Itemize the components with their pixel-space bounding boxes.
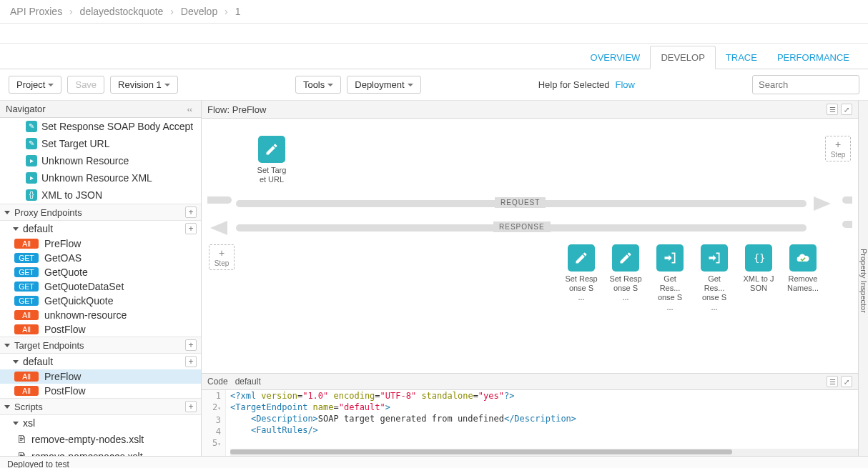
navigator-header: Navigator ‹‹	[0, 101, 201, 118]
scripts-section[interactable]: Scripts +	[0, 398, 201, 415]
proxy-flow[interactable]: GETGetQuickQuote	[0, 294, 201, 308]
help-label: Help for Selected	[538, 79, 610, 90]
chevron-down-icon	[13, 360, 19, 364]
proxy-flow[interactable]: GETGetQuote	[0, 265, 201, 279]
tab-develop[interactable]: DEVELOP	[650, 46, 715, 69]
tab-bar: OVERVIEW DEVELOP TRACE PERFORMANCE	[0, 44, 868, 69]
add-script[interactable]: +	[185, 401, 197, 412]
response-policy[interactable]: Set Resp onse S ...	[609, 244, 642, 312]
crumb-2[interactable]: Develop	[181, 6, 217, 17]
xsl-folder[interactable]: xsl	[0, 415, 201, 431]
response-label: RESPONSE	[493, 221, 551, 232]
proxy-flow[interactable]: GETGetQuoteDataSet	[0, 279, 201, 294]
add-target-endpoint[interactable]: +	[185, 339, 197, 351]
save-button[interactable]: Save	[67, 76, 104, 94]
proxy-flow[interactable]: AllPreFlow	[0, 237, 201, 251]
tab-trace[interactable]: TRACE	[716, 46, 767, 69]
pencil-icon	[612, 244, 639, 272]
code-panel: Code default ☰ ⤢ 12▾345▾ <?xml version="…	[202, 373, 858, 456]
plus-icon: +	[219, 247, 225, 259]
response-policy[interactable]: Set Resp onse S ...	[565, 244, 598, 312]
target-flow[interactable]: AllPostFlow	[0, 384, 201, 398]
policy-item[interactable]: ▸Unknown Resource	[0, 152, 201, 169]
center-panel: Flow: PreFlow ☰ ⤢ Set Targ et URL + Step…	[202, 101, 858, 456]
target-endpoints-section[interactable]: Target Endpoints +	[0, 337, 201, 354]
add-proxy-flow[interactable]: +	[185, 223, 197, 234]
add-target-flow[interactable]: +	[185, 356, 197, 367]
proxy-flow[interactable]: Allunknown-resource	[0, 308, 201, 322]
crumb-3[interactable]: 1	[235, 6, 241, 17]
add-response-step[interactable]: + Step	[209, 244, 235, 270]
pencil-icon	[568, 244, 595, 272]
view-toggle-icon[interactable]: ☰	[827, 104, 838, 115]
property-inspector[interactable]: Property Inspector	[858, 101, 868, 456]
response-policies: Set Resp onse S ... Set Resp onse S ... …	[565, 244, 819, 312]
line-gutter: 12▾345▾	[202, 390, 226, 456]
response-policy[interactable]: Get Res... onse S ...	[654, 244, 686, 312]
response-policy[interactable]: {} XML to J SON	[742, 244, 775, 312]
request-policy[interactable]: Set Targ et URL	[252, 136, 292, 184]
arrow-icon	[656, 244, 684, 272]
expand-icon[interactable]: ⤢	[841, 376, 852, 387]
navigator-panel: Navigator ‹‹ ✎Set Response SOAP Body Acc…	[0, 101, 202, 456]
policy-item[interactable]: ✎Set Response SOAP Body Accept	[0, 118, 201, 135]
proxy-flow[interactable]: GETGetOAS	[0, 251, 201, 265]
code-file: default	[235, 377, 261, 387]
policy-item[interactable]: {}XML to JSON	[0, 186, 201, 204]
policy-item[interactable]: ✎Set Target URL	[0, 135, 201, 152]
script-file[interactable]: 🖹remove-namespaces.xslt	[0, 448, 201, 456]
pencil-icon: ✎	[26, 138, 37, 149]
response-policy[interactable]: Get Res... onse S ...	[698, 244, 731, 312]
file-icon: 🖹	[16, 451, 27, 456]
file-icon: 🖹	[16, 434, 27, 445]
script-file[interactable]: 🖹remove-empty-nodes.xslt	[0, 431, 201, 448]
braces-icon: {}	[745, 244, 772, 272]
tab-overview[interactable]: OVERVIEW	[581, 46, 651, 69]
alert-icon: ▸	[26, 155, 37, 166]
toolbar: Project Save Revision 1 Tools Deployment…	[0, 69, 868, 101]
chevron-down-icon	[4, 211, 10, 214]
target-flow[interactable]: AllPreFlow	[0, 369, 201, 384]
arrow-left-icon	[210, 221, 227, 235]
caret-icon	[48, 84, 54, 86]
search-input[interactable]	[752, 75, 859, 94]
code-editor[interactable]: 12▾345▾ <?xml version="1.0" encoding="UT…	[202, 390, 858, 456]
expand-icon[interactable]: ⤢	[841, 104, 852, 115]
proxy-endpoints-section[interactable]: Proxy Endpoints +	[0, 204, 201, 221]
view-toggle-icon[interactable]: ☰	[827, 376, 838, 387]
revision-dropdown[interactable]: Revision 1	[110, 76, 178, 94]
add-proxy-endpoint[interactable]: +	[185, 206, 197, 218]
braces-icon: {}	[26, 189, 37, 201]
chevron-down-icon	[4, 405, 10, 409]
target-default[interactable]: default +	[0, 354, 201, 369]
project-dropdown[interactable]: Project	[9, 76, 61, 94]
proxy-flow[interactable]: AllPostFlow	[0, 322, 201, 337]
chevron-down-icon	[13, 422, 19, 425]
crumb-0[interactable]: API Proxies	[10, 6, 62, 17]
tab-performance[interactable]: PERFORMANCE	[767, 46, 859, 69]
add-request-step[interactable]: + Step	[825, 136, 851, 161]
main-area: Navigator ‹‹ ✎Set Response SOAP Body Acc…	[0, 101, 868, 456]
crumb-1[interactable]: delayedstockquote	[80, 6, 164, 17]
caret-icon	[164, 84, 170, 86]
flow-link[interactable]: Flow	[615, 79, 634, 90]
collapse-navigator[interactable]: ‹‹	[184, 105, 195, 114]
tools-dropdown[interactable]: Tools	[295, 76, 341, 94]
deployment-dropdown[interactable]: Deployment	[347, 76, 420, 94]
breadcrumb: API Proxies › delayedstockquote › Develo…	[0, 0, 868, 24]
arrow-icon	[701, 244, 728, 272]
alert-icon: ▸	[26, 172, 37, 184]
proxy-default[interactable]: default +	[0, 221, 201, 237]
response-policy[interactable]: Remove Names...	[786, 244, 819, 312]
svg-text:{}: {}	[754, 253, 765, 264]
policy-item[interactable]: ▸Unknown Resource XML	[0, 169, 201, 186]
horizontal-scrollbar[interactable]	[230, 449, 858, 456]
pencil-icon: ✎	[26, 121, 37, 132]
plus-icon: +	[835, 139, 841, 150]
chevron-down-icon	[4, 344, 10, 347]
arrow-right-icon	[814, 196, 831, 211]
flow-canvas: Set Targ et URL + Step REQUEST RESPONSE …	[202, 119, 858, 373]
pencil-icon	[258, 136, 285, 163]
request-label: REQUEST	[495, 197, 546, 208]
flow-header: Flow: PreFlow ☰ ⤢	[202, 101, 858, 119]
